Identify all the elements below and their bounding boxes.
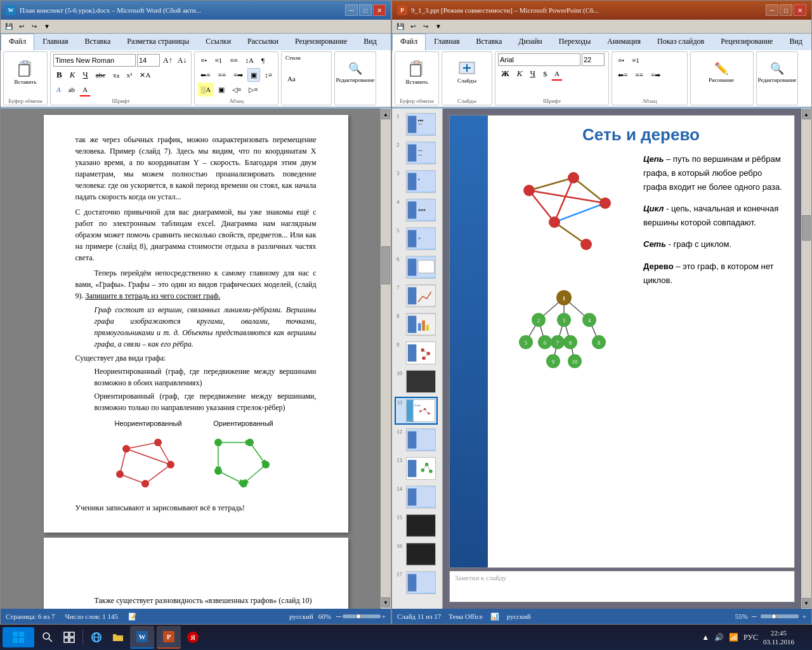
pp-zoom-slider[interactable]	[761, 614, 799, 618]
word-strikethrough-button[interactable]: abc	[93, 68, 108, 82]
pp-align-right-button[interactable]: ≡➡	[648, 68, 664, 82]
pp-italic-button[interactable]: К	[514, 67, 526, 81]
pp-scrollbar[interactable]: ▲ ▼	[801, 109, 811, 609]
pp-editing-button[interactable]: 🔍 Редактирование	[759, 53, 795, 91]
pp-slide-thumb-16[interactable]: 16	[395, 541, 438, 567]
pp-slide-thumb-2[interactable]: 2 ━━━━━━	[395, 140, 438, 166]
taskbar-explorer-button[interactable]	[107, 627, 129, 647]
pp-align-left-button[interactable]: ⬅≡	[615, 68, 631, 82]
word-line-spacing-button[interactable]: ↕≡	[261, 68, 275, 82]
pp-slide-thumb-15[interactable]: 15	[395, 512, 438, 539]
pp-bold-button[interactable]: Ж	[498, 67, 513, 81]
word-underline-button[interactable]: Ч	[79, 68, 91, 82]
word-clear-format-button[interactable]: ✕A	[136, 68, 154, 82]
pp-tab-animations[interactable]: Переходы	[551, 34, 599, 50]
word-tab-insert[interactable]: Главная	[34, 34, 76, 50]
word-zoom-thumb[interactable]	[356, 614, 361, 619]
pp-slide-thumb-8[interactable]: 8	[395, 311, 438, 338]
word-bullets-button[interactable]: ≡•	[197, 53, 210, 67]
taskbar-lang-indicator[interactable]: РУС	[743, 633, 758, 642]
pp-slide-thumb-13[interactable]: 13	[395, 455, 438, 482]
pp-tab-view[interactable]: Рецензирование	[712, 34, 781, 50]
pp-slide-thumb-4[interactable]: 4 ▣▣▣	[395, 197, 438, 223]
word-paste-button[interactable]: Вставить	[6, 53, 44, 91]
word-tab-refs[interactable]: Разметка страницы	[119, 34, 197, 50]
word-font-size-up-button[interactable]: A↑	[161, 53, 174, 67]
word-scroll-down-button[interactable]: ▼	[381, 597, 390, 607]
pp-scroll-thumb[interactable]	[802, 215, 811, 241]
pp-qat-arrow-button[interactable]: ▼	[433, 21, 444, 32]
word-zoom-out-button[interactable]: ─	[336, 613, 341, 620]
word-styles-button[interactable]: Aa	[284, 63, 329, 95]
word-numbering-button[interactable]: ≡1	[211, 53, 225, 67]
pp-slide-thumb-10[interactable]: 10	[395, 368, 438, 395]
pp-tab-help[interactable]: Вид	[781, 34, 811, 50]
pp-bullets-button[interactable]: ≡•	[615, 53, 627, 67]
taskbar-ie-button[interactable]	[86, 627, 107, 647]
pp-tab-slideshow[interactable]: Анимация	[599, 34, 649, 50]
word-shading-button[interactable]: ░A	[197, 83, 214, 96]
word-tab-view[interactable]: Рецензирование	[287, 34, 355, 50]
pp-slide-thumb-3[interactable]: 3 ■	[395, 168, 438, 195]
word-italic-button[interactable]: K	[67, 68, 79, 82]
pp-font-name-input[interactable]	[498, 53, 580, 66]
pp-zoom-in-button[interactable]: +	[802, 613, 806, 620]
word-indent-decrease-button[interactable]: ◁≡	[229, 83, 244, 96]
pp-slide-thumb-12[interactable]: 12	[395, 427, 438, 453]
word-font-name-input[interactable]	[53, 54, 136, 67]
pp-tab-home[interactable]: Файл	[392, 34, 426, 51]
pp-slide-thumb-14[interactable]: 14	[395, 484, 438, 510]
word-align-left-button[interactable]: ⬅≡	[197, 68, 213, 82]
word-redo-qat-button[interactable]: ↪	[29, 21, 40, 32]
pp-scroll-up-button[interactable]: ▲	[802, 109, 811, 119]
taskbar-clock[interactable]: 22:45 03.11.2016	[763, 628, 794, 647]
pp-font-size-input[interactable]	[582, 53, 605, 66]
pp-redo-qat-button[interactable]: ↪	[420, 21, 431, 32]
pp-slide-thumb-9[interactable]: 9	[395, 340, 438, 366]
word-tab-layout[interactable]: Вставка	[77, 34, 119, 50]
word-sort-button[interactable]: ↕A	[242, 53, 257, 67]
word-maximize-button[interactable]: □	[359, 4, 372, 16]
pp-font-color-button[interactable]: A	[551, 67, 563, 81]
word-text-effects-button[interactable]: A	[53, 83, 64, 96]
pp-shadow-button[interactable]: S	[540, 67, 550, 81]
word-text-highlight-button[interactable]: ab	[65, 83, 78, 96]
taskbar-tray-up-arrow[interactable]: ▲	[702, 633, 709, 642]
word-zoom-slider[interactable]	[343, 614, 381, 618]
pp-slide-thumb-17[interactable]: 17	[395, 569, 438, 596]
word-qat-arrow-button[interactable]: ▼	[41, 21, 53, 32]
word-tab-mailings[interactable]: Ссылки	[197, 34, 239, 50]
word-font-size-down-button[interactable]: A↓	[176, 53, 189, 67]
pp-save-qat-button[interactable]: 💾	[395, 21, 406, 32]
pp-slide-thumb-7[interactable]: 7	[395, 282, 438, 309]
word-subscript-button[interactable]: x₂	[110, 68, 122, 82]
pp-slide-thumb-5[interactable]: 5 ⊕	[395, 225, 438, 252]
word-scroll-thumb[interactable]	[381, 246, 390, 284]
word-superscript-button[interactable]: x²	[124, 68, 136, 82]
word-save-qat-button[interactable]: 💾	[3, 21, 15, 32]
pp-undo-qat-button[interactable]: ↩	[407, 21, 419, 32]
pp-drawing-button[interactable]: ✏️ Рисование	[693, 53, 749, 91]
pp-tab-insert[interactable]: Главная	[426, 34, 468, 50]
pp-scroll-down-button[interactable]: ▼	[802, 598, 811, 608]
word-editing-button[interactable]: 🔍 Редактирование	[337, 53, 373, 91]
word-justify-button[interactable]: ▣	[247, 68, 260, 82]
word-minimize-button[interactable]: ─	[345, 4, 358, 16]
pp-align-center-button[interactable]: ≡≡	[632, 68, 646, 82]
word-font-color-button[interactable]: A	[79, 83, 91, 96]
pp-numbering-button[interactable]: ≡1	[629, 53, 643, 67]
pp-paste-button[interactable]: Вставить	[398, 53, 436, 91]
word-scrollbar[interactable]: ▲ ▼	[381, 109, 391, 609]
word-borders-button[interactable]: ▣	[215, 83, 228, 96]
pp-notes-area[interactable]: Заметки к слайду	[449, 571, 795, 602]
pp-tab-design[interactable]: Вставка	[468, 34, 511, 50]
word-indent-increase-button[interactable]: ▷≡	[246, 83, 261, 96]
word-show-marks-button[interactable]: ¶	[258, 53, 268, 67]
pp-new-slide-button[interactable]: Слайды	[445, 53, 489, 91]
taskbar-start-button[interactable]	[3, 627, 34, 647]
pp-slide-thumb-6[interactable]: 6	[395, 254, 438, 281]
pp-slide-thumb-11[interactable]: 11 Сеть	[395, 397, 438, 425]
taskbar-taskview-button[interactable]	[58, 627, 80, 647]
word-tab-home[interactable]: Файл	[1, 34, 34, 51]
pp-zoom-thumb[interactable]	[771, 614, 776, 619]
